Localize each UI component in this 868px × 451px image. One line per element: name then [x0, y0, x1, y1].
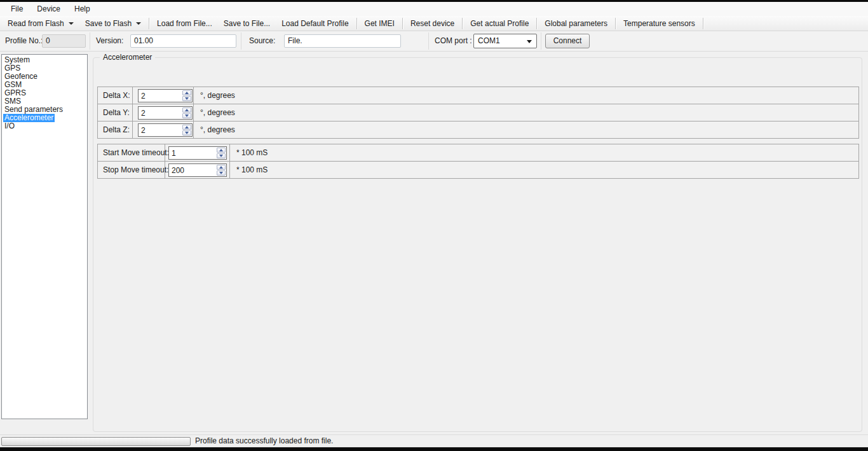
com-port-select[interactable]: COM1	[473, 34, 537, 48]
toolbar-button-label: Save to File...	[224, 19, 270, 28]
groupbox-title: Accelerometer	[100, 53, 155, 62]
settings-separator	[241, 32, 241, 50]
start-move-timeout-input[interactable]: 1	[169, 147, 216, 159]
triangle-up-icon	[219, 149, 223, 151]
toolbar-reset-device-button[interactable]: Reset device	[405, 17, 460, 31]
spinner-cell: 200	[165, 162, 230, 178]
toolbar-load-default-profile-button[interactable]: Load Default Profile	[276, 17, 354, 31]
delta-y-row: Delta Y: 2 °, degrees	[97, 104, 859, 121]
toolbar-button-label: Get IMEI	[365, 19, 395, 28]
delta-z-row: Delta Z: 2 °, degrees	[97, 121, 859, 139]
spinner-up-button[interactable]	[182, 108, 191, 113]
spinner-up-button[interactable]	[217, 148, 226, 153]
com-port-label: COM port :	[435, 31, 472, 50]
toolbar: Read from Flash Save to Flash Load from …	[0, 16, 868, 31]
sidebar-item-io[interactable]: I/O	[2, 122, 87, 130]
toolbar-get-imei-button[interactable]: Get IMEI	[359, 17, 400, 31]
spinner-down-button[interactable]	[182, 113, 191, 118]
toolbar-read-from-flash-button[interactable]: Read from Flash	[2, 17, 79, 31]
start-move-timeout-label: Start Move timeout:	[98, 144, 165, 161]
toolbar-load-from-file-button[interactable]: Load from File...	[151, 17, 218, 31]
stop-move-timeout-spinner[interactable]: 200	[168, 163, 227, 177]
dropdown-caret-icon	[136, 22, 141, 25]
triangle-up-icon	[185, 126, 189, 128]
stop-move-timeout-input[interactable]: 200	[169, 164, 216, 176]
version-field[interactable]: 01.00	[130, 34, 236, 48]
delta-x-unit: °, degrees	[194, 87, 235, 104]
spinner-buttons	[182, 90, 192, 102]
progress-bar	[1, 437, 191, 446]
toolbar-temperature-sensors-button[interactable]: Temperature sensors	[618, 17, 701, 31]
spinner-up-button[interactable]	[217, 165, 226, 170]
triangle-up-icon	[185, 109, 189, 111]
category-listbox[interactable]: System GPS Geofence GSM GPRS SMS Send pa…	[1, 54, 88, 419]
sidebar-item-accelerometer[interactable]: Accelerometer	[2, 114, 87, 122]
delta-y-spinner[interactable]: 2	[138, 106, 193, 120]
spinner-down-button[interactable]	[217, 153, 226, 158]
delta-x-input[interactable]: 2	[139, 90, 182, 102]
triangle-up-icon	[219, 166, 223, 169]
spinner-buttons	[216, 147, 226, 159]
settings-separator	[428, 32, 429, 50]
spinner-buttons	[216, 164, 226, 176]
spinner-cell: 2	[133, 104, 194, 121]
delta-z-input[interactable]: 2	[139, 124, 182, 136]
toolbar-separator	[462, 18, 463, 29]
delta-z-unit: °, degrees	[194, 121, 235, 138]
spinner-down-button[interactable]	[217, 170, 226, 176]
toolbar-separator	[356, 18, 357, 29]
spinner-cell: 1	[165, 144, 230, 161]
toolbar-button-label: Load from File...	[157, 19, 212, 28]
toolbar-global-parameters-button[interactable]: Global parameters	[539, 17, 613, 31]
source-field[interactable]: File.	[284, 34, 401, 48]
toolbar-save-to-flash-button[interactable]: Save to Flash	[79, 17, 147, 31]
spinner-buttons	[182, 107, 192, 119]
menu-file[interactable]: File	[4, 3, 30, 15]
delta-y-label: Delta Y:	[98, 104, 133, 121]
toolbar-save-to-file-button[interactable]: Save to File...	[218, 17, 276, 31]
spinner-cell: 2	[133, 121, 194, 138]
status-message: Profile data successfully loaded from fi…	[195, 435, 333, 447]
app-window: File Device Help Read from Flash Save to…	[0, 0, 868, 451]
delta-x-label: Delta X:	[98, 87, 133, 104]
delta-y-input[interactable]: 2	[139, 107, 182, 119]
stop-move-timeout-label: Stop Move timeout:	[98, 162, 165, 178]
profile-no-label: Profile No.:	[5, 31, 43, 50]
taskbar-edge	[0, 447, 868, 451]
toolbar-separator	[149, 18, 149, 29]
menu-help[interactable]: Help	[67, 3, 97, 15]
spinner-buttons	[182, 124, 192, 136]
dropdown-caret-icon	[69, 22, 74, 25]
settings-separator	[541, 32, 541, 50]
toolbar-button-label: Save to Flash	[85, 19, 132, 28]
toolbar-separator	[536, 18, 537, 29]
spinner-up-button[interactable]	[182, 125, 191, 130]
spinner-cell: 2	[133, 87, 194, 104]
delta-z-spinner[interactable]: 2	[138, 123, 193, 137]
main-area: System GPS Geofence GSM GPRS SMS Send pa…	[0, 52, 868, 434]
menu-device[interactable]: Device	[30, 3, 67, 15]
toolbar-button-label: Temperature sensors	[623, 19, 695, 28]
settings-separator	[90, 32, 90, 50]
start-move-timeout-row: Start Move timeout: 1 * 100 mS	[97, 144, 859, 162]
connection-settings-bar: Profile No.: 0 Version: 01.00 Source: Fi…	[0, 31, 868, 52]
triangle-down-icon	[219, 155, 223, 157]
source-label: Source:	[249, 31, 275, 50]
delta-x-row: Delta X: 2 °, degrees	[97, 87, 859, 104]
spinner-down-button[interactable]	[182, 130, 191, 135]
toolbar-button-label: Read from Flash	[8, 19, 64, 28]
triangle-up-icon	[185, 92, 189, 94]
toolbar-get-actual-profile-button[interactable]: Get actual Profile	[465, 17, 534, 31]
connect-button[interactable]: Connect	[545, 34, 590, 48]
stop-move-timeout-row: Stop Move timeout: 200 * 100 mS	[97, 161, 859, 179]
accelerometer-groupbox: Accelerometer Delta X: 2 °, de	[93, 57, 862, 432]
triangle-down-icon	[185, 132, 189, 134]
toolbar-button-label: Reset device	[410, 19, 454, 28]
delta-x-spinner[interactable]: 2	[138, 89, 193, 102]
sidebar-item-label: I/O	[3, 122, 16, 130]
spinner-down-button[interactable]	[182, 96, 191, 101]
toolbar-button-label: Global parameters	[545, 19, 607, 28]
start-move-timeout-spinner[interactable]: 1	[168, 146, 227, 160]
delta-rows-block: Delta X: 2 °, degrees Delta Y:	[97, 87, 859, 139]
spinner-up-button[interactable]	[182, 90, 191, 95]
